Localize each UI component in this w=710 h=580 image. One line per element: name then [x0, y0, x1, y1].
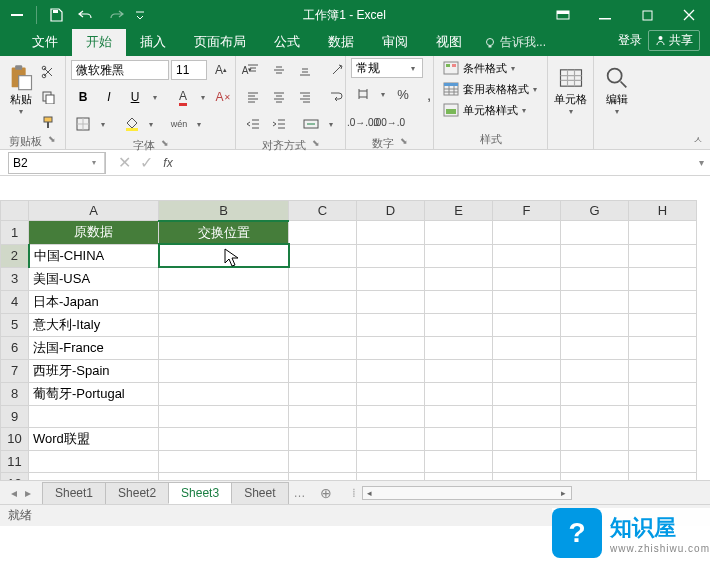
percent-button[interactable]: % — [392, 83, 414, 105]
cell-F4[interactable] — [493, 290, 561, 313]
cell-C8[interactable] — [289, 382, 357, 405]
tab-layout[interactable]: 页面布局 — [180, 29, 260, 56]
cell-E5[interactable] — [425, 313, 493, 336]
cell-styles-button[interactable]: 单元格样式▾ — [439, 100, 541, 120]
cell-C5[interactable] — [289, 313, 357, 336]
align-bottom-button[interactable] — [294, 59, 316, 81]
new-sheet-button[interactable]: ⊕ — [312, 485, 340, 501]
increase-indent-button[interactable] — [268, 113, 290, 135]
save-icon[interactable] — [43, 3, 69, 27]
cell-B5[interactable] — [159, 313, 289, 336]
underline-button[interactable]: U — [124, 86, 146, 108]
cell-H8[interactable] — [629, 382, 697, 405]
borders-more-icon[interactable]: ▾ — [98, 113, 108, 135]
row-header[interactable]: 12 — [1, 472, 29, 480]
cell-G4[interactable] — [561, 290, 629, 313]
italic-button[interactable]: I — [98, 86, 120, 108]
column-header[interactable]: B — [159, 201, 289, 221]
cell-G10[interactable] — [561, 427, 629, 450]
sheet-tab[interactable]: Sheet2 — [105, 482, 169, 504]
cell-E9[interactable] — [425, 405, 493, 427]
chevron-down-icon[interactable]: ▾ — [411, 64, 415, 73]
cell-C11[interactable] — [289, 450, 357, 472]
spreadsheet-grid[interactable]: ABCDEFGH1原数据交换位置2中国-CHINA3美国-USA4日本-Japa… — [0, 200, 710, 480]
cell-A5[interactable]: 意大利-Italy — [29, 313, 159, 336]
cell-G3[interactable] — [561, 267, 629, 290]
close-icon[interactable] — [668, 0, 710, 30]
paste-button[interactable]: 粘贴 ▾ — [5, 58, 36, 122]
column-header[interactable]: H — [629, 201, 697, 221]
row-header[interactable]: 5 — [1, 313, 29, 336]
phonetic-button[interactable]: wén — [168, 113, 190, 135]
cell-G8[interactable] — [561, 382, 629, 405]
cell-D12[interactable] — [357, 472, 425, 480]
cell-H12[interactable] — [629, 472, 697, 480]
cell-E3[interactable] — [425, 267, 493, 290]
cell-G9[interactable] — [561, 405, 629, 427]
control-menu-icon[interactable] — [4, 3, 30, 27]
tell-me-search[interactable]: 告诉我... — [484, 34, 546, 56]
cell-D1[interactable] — [357, 221, 425, 245]
row-header[interactable]: 2 — [1, 244, 29, 267]
cell-D4[interactable] — [357, 290, 425, 313]
cell-A10[interactable]: Word联盟 — [29, 427, 159, 450]
cell-A12[interactable] — [29, 472, 159, 480]
increase-decimal-button[interactable]: .0→.00 — [352, 111, 374, 133]
font-size-select[interactable] — [171, 60, 207, 80]
clear-format-button[interactable]: A✕ — [212, 86, 234, 108]
cell-F5[interactable] — [493, 313, 561, 336]
undo-icon[interactable] — [73, 3, 99, 27]
row-header[interactable]: 1 — [1, 221, 29, 245]
cell-G12[interactable] — [561, 472, 629, 480]
column-header[interactable]: E — [425, 201, 493, 221]
cell-D2[interactable] — [357, 244, 425, 267]
tab-view[interactable]: 视图 — [422, 29, 476, 56]
cell-E11[interactable] — [425, 450, 493, 472]
row-header[interactable]: 6 — [1, 336, 29, 359]
tab-formulas[interactable]: 公式 — [260, 29, 314, 56]
underline-more-icon[interactable]: ▾ — [150, 86, 160, 108]
formula-input[interactable] — [179, 152, 692, 174]
cell-E12[interactable] — [425, 472, 493, 480]
format-as-table-button[interactable]: 套用表格格式▾ — [439, 79, 541, 99]
cell-D5[interactable] — [357, 313, 425, 336]
cell-E1[interactable] — [425, 221, 493, 245]
cell-B2[interactable] — [159, 244, 289, 267]
redo-icon[interactable] — [103, 3, 129, 27]
cell-B12[interactable] — [159, 472, 289, 480]
cell-H3[interactable] — [629, 267, 697, 290]
cell-F9[interactable] — [493, 405, 561, 427]
tab-file[interactable]: 文件 — [18, 29, 72, 56]
cell-G5[interactable] — [561, 313, 629, 336]
cell-F8[interactable] — [493, 382, 561, 405]
align-top-button[interactable] — [242, 59, 264, 81]
dialog-launcher-icon[interactable]: ⬊ — [161, 138, 169, 153]
cell-B10[interactable] — [159, 427, 289, 450]
dialog-launcher-icon[interactable]: ⬊ — [48, 134, 56, 149]
cell-D11[interactable] — [357, 450, 425, 472]
row-header[interactable]: 4 — [1, 290, 29, 313]
cut-button[interactable] — [37, 61, 59, 83]
cell-G2[interactable] — [561, 244, 629, 267]
row-header[interactable]: 10 — [1, 427, 29, 450]
cell-B8[interactable] — [159, 382, 289, 405]
cell-A6[interactable]: 法国-France — [29, 336, 159, 359]
wrap-text-button[interactable] — [326, 86, 348, 108]
cell-H4[interactable] — [629, 290, 697, 313]
cell-E7[interactable] — [425, 359, 493, 382]
orientation-button[interactable] — [326, 59, 348, 81]
font-color-more-icon[interactable]: ▾ — [198, 86, 208, 108]
collapse-ribbon-icon[interactable]: ㅅ — [690, 132, 706, 148]
cell-G6[interactable] — [561, 336, 629, 359]
cell-A4[interactable]: 日本-Japan — [29, 290, 159, 313]
cell-H7[interactable] — [629, 359, 697, 382]
tab-review[interactable]: 审阅 — [368, 29, 422, 56]
borders-button[interactable] — [72, 113, 94, 135]
align-right-button[interactable] — [294, 86, 316, 108]
horizontal-scrollbar[interactable]: ◂ ▸ — [362, 486, 572, 500]
sheet-tab[interactable]: Sheet — [231, 482, 288, 504]
cell-C7[interactable] — [289, 359, 357, 382]
cell-C6[interactable] — [289, 336, 357, 359]
cell-F1[interactable] — [493, 221, 561, 245]
cell-B6[interactable] — [159, 336, 289, 359]
